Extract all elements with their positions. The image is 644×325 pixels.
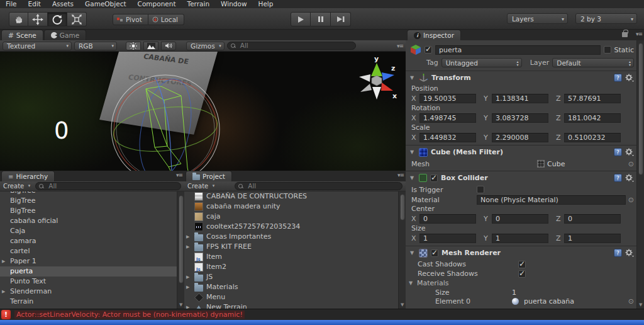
step-button[interactable]	[331, 12, 351, 26]
expand-arrow-icon[interactable]: ▶	[186, 282, 189, 292]
rotate-tool-button[interactable]	[48, 12, 67, 26]
help-icon[interactable]: ?	[614, 249, 622, 257]
rotation-gizmo-overlay[interactable]	[0, 52, 406, 171]
help-icon[interactable]: ?	[614, 148, 622, 156]
pause-button[interactable]	[311, 12, 331, 26]
gear-icon[interactable]	[625, 74, 634, 82]
gameobject-name-field[interactable]: puerta	[435, 45, 601, 55]
foldout-arrow-icon[interactable]: ▼	[410, 250, 416, 256]
expand-arrow-icon[interactable]: ▶	[2, 287, 5, 297]
status-bar[interactable]: ! Actor::setLinearVelocity: Actor must b…	[0, 309, 644, 320]
materials-foldout-row[interactable]: ▼ Materials	[409, 278, 635, 288]
tab-game[interactable]: Game	[44, 30, 86, 40]
project-item[interactable]: ▶Cosas Importantes	[184, 232, 398, 242]
project-item[interactable]: caja	[184, 212, 398, 222]
rotation-z-field[interactable]: 181.0042	[564, 113, 621, 123]
hierarchy-item[interactable]: BigTree	[0, 206, 177, 216]
axis-cone-down[interactable]	[372, 87, 381, 100]
object-picker-icon[interactable]: ⊙	[628, 160, 634, 168]
scroll-down-arrow[interactable]: ▼	[639, 302, 642, 307]
center-x-field[interactable]: 0	[419, 214, 476, 224]
scene-skybox-toggle[interactable]	[143, 42, 158, 50]
layout-dropdown[interactable]: 2 by 3	[575, 13, 637, 24]
tab-scene[interactable]: # Scene	[1, 30, 43, 40]
gear-icon[interactable]	[625, 174, 634, 182]
axis-cone-y[interactable]	[371, 63, 382, 76]
foldout-arrow-icon[interactable]: ▼	[410, 149, 416, 155]
mesh-renderer-header[interactable]: ▼ Mesh Renderer ?	[409, 246, 635, 259]
element0-value[interactable]: puerta cabaña	[524, 297, 574, 305]
project-item[interactable]: cooltext257257672035234	[184, 222, 398, 232]
hierarchy-item[interactable]: BigTree	[0, 196, 177, 206]
expand-arrow-icon[interactable]: ▶	[186, 272, 189, 282]
hierarchy-item[interactable]: camara	[0, 236, 177, 246]
size-z-field[interactable]: 1	[564, 234, 621, 243]
receive-shadows-checkbox[interactable]	[518, 270, 526, 278]
tab-project[interactable]: Project	[186, 171, 232, 181]
expand-arrow-icon[interactable]: ▶	[186, 242, 189, 252]
inspector-scrollbar[interactable]: ▼	[636, 40, 644, 309]
scale-x-field[interactable]: 1.449832	[419, 133, 476, 142]
hierarchy-scrollbar[interactable]: ▼	[177, 191, 184, 309]
hierarchy-item[interactable]: Punto Text	[0, 277, 177, 287]
menu-edit[interactable]: Edit	[23, 0, 47, 8]
position-y-field[interactable]: 1.138341	[492, 94, 548, 103]
static-checkbox[interactable]	[604, 46, 611, 54]
mesh-filter-header[interactable]: ▼ Cube (Mesh Filter) ?	[409, 145, 635, 159]
hierarchy-item[interactable]: Caja	[0, 226, 177, 236]
object-picker-icon[interactable]: ⊙	[628, 297, 634, 305]
project-item[interactable]: ▶New Terrain	[184, 302, 398, 309]
scene-orientation-gizmo[interactable]: y z x	[352, 54, 402, 105]
axis-cone-z[interactable]	[382, 72, 394, 81]
menu-terrain[interactable]: Terrain	[182, 0, 216, 8]
position-x-field[interactable]: 19.50035	[419, 94, 476, 103]
project-item[interactable]: Item2	[184, 262, 398, 272]
project-item[interactable]: CABAÑA DE CONTRUCTORES	[184, 191, 398, 202]
size-x-field[interactable]: 1	[419, 234, 476, 243]
materials-size-value[interactable]: 1	[512, 288, 516, 297]
transform-header[interactable]: ▼ Transform ?	[409, 71, 635, 84]
center-z-field[interactable]: 0	[564, 214, 621, 224]
rotation-x-field[interactable]: 1.498745	[419, 113, 476, 123]
menu-file[interactable]: File	[0, 0, 23, 8]
render-mode-dropdown[interactable]: Textured	[3, 42, 72, 50]
rotation-y-field[interactable]: 3.083728	[492, 113, 548, 123]
scale-y-field[interactable]: 2.290008	[492, 133, 548, 142]
hierarchy-create-button[interactable]: Create	[3, 183, 31, 190]
physic-material-field[interactable]: None (Physic Material)	[477, 195, 626, 205]
scene-panel-menu[interactable]: ▾≡	[397, 43, 403, 49]
menu-assets[interactable]: Assets	[47, 0, 79, 8]
help-icon[interactable]: ?	[614, 74, 622, 82]
scrollbar-thumb[interactable]	[179, 195, 184, 283]
project-item[interactable]: ▶FPS KIT FREE	[184, 242, 398, 252]
menu-window[interactable]: Window	[215, 0, 252, 8]
move-tool-button[interactable]	[28, 12, 48, 26]
tab-inspector[interactable]: i Inspector	[407, 30, 461, 40]
center-y-field[interactable]: 0	[492, 214, 548, 224]
position-z-field[interactable]: 57.87691	[564, 94, 621, 103]
hierarchy-item[interactable]: Terrain	[0, 297, 177, 307]
axis-cone-x[interactable]	[381, 83, 393, 91]
foldout-arrow-icon[interactable]: ▼	[410, 175, 416, 181]
hierarchy-item[interactable]: BigTree	[0, 191, 177, 196]
mesh-renderer-enabled-checkbox[interactable]	[431, 249, 438, 257]
inspector-panel-menu[interactable]: ▾≡	[636, 31, 642, 37]
project-scrollbar[interactable]: ▼	[398, 191, 406, 309]
box-collider-header[interactable]: ▼ Box Collider ?	[409, 171, 635, 185]
hierarchy-item[interactable]: cartel	[0, 246, 177, 256]
project-item[interactable]: ▶JS	[184, 272, 398, 282]
tag-dropdown[interactable]: Untagged	[441, 58, 522, 67]
project-panel-menu[interactable]: ▾≡	[397, 172, 404, 178]
help-icon[interactable]: ?	[614, 174, 622, 182]
size-y-field[interactable]: 1	[492, 234, 548, 243]
layer-dropdown[interactable]: Default	[552, 58, 634, 67]
scroll-down-arrow[interactable]: ▼	[401, 302, 404, 307]
scroll-down-arrow[interactable]: ▼	[179, 302, 182, 307]
expand-arrow-icon[interactable]: ▶	[186, 302, 189, 309]
gizmos-dropdown[interactable]: Gizmos	[186, 42, 225, 50]
mesh-value[interactable]: Cube	[537, 160, 565, 168]
hierarchy-panel-menu[interactable]: ▾≡	[176, 172, 182, 178]
layers-dropdown[interactable]: Layers	[507, 13, 568, 24]
axis-cone-left[interactable]	[359, 74, 370, 82]
error-message[interactable]: Actor::setLinearVelocity: Actor must be …	[14, 311, 245, 319]
